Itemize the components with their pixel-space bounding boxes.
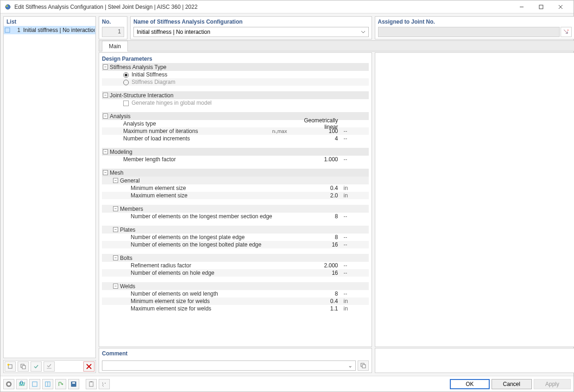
close-button[interactable] (551, 1, 570, 13)
dialog-window: Edit Stiffness Analysis Configuration | … (0, 0, 574, 392)
list-item-number: 1 (12, 27, 20, 33)
collapse-icon[interactable]: − (113, 178, 118, 183)
comment-input[interactable]: ⌄ (102, 360, 356, 371)
svg-rect-28 (90, 381, 92, 382)
svg-point-0 (6, 5, 10, 9)
group-joint-structure[interactable]: − Joint-Structure Interaction (102, 91, 369, 99)
row-analysis-type[interactable]: Analysis type Geometrically linear (102, 120, 369, 127)
main-area: List 1 Initial stiffness | No interactio… (3, 16, 571, 373)
subgroup-welds[interactable]: − Welds (102, 282, 369, 290)
name-panel: Name of Stiffness Analysis Configuration… (130, 16, 372, 39)
script-button[interactable] (99, 379, 110, 389)
svg-rect-17 (362, 365, 366, 368)
cancel-button[interactable]: Cancel (492, 379, 532, 389)
new-item-button[interactable] (5, 361, 16, 372)
ok-button[interactable]: OK (450, 379, 489, 389)
list-item[interactable]: 1 Initial stiffness | No interaction (4, 26, 95, 34)
row-max-element-size[interactable]: Maximum element size 2.0 in (102, 192, 369, 199)
collapse-icon[interactable]: − (103, 149, 108, 154)
name-select[interactable]: Initial stiffness | No interaction (133, 27, 369, 37)
svg-rect-22 (32, 382, 37, 386)
config-item-icon (5, 27, 11, 33)
view-mode-2-button[interactable] (42, 379, 53, 389)
apply-button[interactable]: Apply (534, 379, 571, 389)
comment-label: Comment (102, 350, 369, 359)
collapse-icon[interactable]: − (103, 114, 108, 119)
checkbox-generate-hinges[interactable]: Generate hinges in global model (102, 99, 369, 107)
list-panel: List 1 Initial stiffness | No interactio… (3, 16, 96, 358)
option-stiffness-diagram[interactable]: Stiffness Diagram (102, 78, 369, 86)
view-mode-1-button[interactable] (29, 379, 40, 389)
row-plate-edge-elements[interactable]: Number of elements on the longest plate … (102, 234, 369, 241)
import-button[interactable] (55, 379, 66, 389)
collapse-icon[interactable]: − (103, 64, 108, 70)
header-strip: No. 1 Name of Stiffness Analysis Configu… (99, 16, 574, 39)
row-weld-length-elements[interactable]: Number of elements on weld length 8 -- (102, 290, 369, 297)
save-button[interactable] (68, 379, 79, 389)
units-button[interactable]: 0.00 (16, 379, 27, 389)
list-item-label: Initial stiffness | No interaction (23, 27, 95, 33)
svg-point-19 (7, 383, 10, 386)
svg-point-15 (568, 30, 568, 31)
list-toolbar (3, 360, 96, 373)
exclude-button[interactable] (44, 361, 55, 372)
chevron-down-icon: ⌄ (348, 362, 353, 369)
collapse-icon[interactable]: − (113, 206, 118, 211)
subgroup-general[interactable]: − General (102, 177, 369, 184)
radio-unchecked-icon (123, 80, 129, 85)
group-modeling[interactable]: − Modeling (102, 148, 369, 156)
row-bolted-plate-edge-elements[interactable]: Number of elements on the longest bolted… (102, 241, 369, 248)
assign-pick-button[interactable] (561, 27, 572, 37)
clipboard-button[interactable] (86, 379, 97, 389)
row-load-increments[interactable]: Number of load increments 4 -- (102, 135, 369, 142)
minimize-button[interactable] (512, 1, 531, 13)
maximize-button[interactable] (532, 1, 550, 13)
collapse-icon[interactable]: − (103, 93, 108, 98)
design-parameters-heading: Design Parameters (102, 55, 369, 63)
collapse-icon[interactable]: − (103, 170, 108, 175)
row-weld-max-size[interactable]: Maximum element size for welds 1.1 in (102, 305, 369, 312)
subgroup-members[interactable]: − Members (102, 205, 369, 213)
svg-point-8 (7, 364, 9, 366)
copy-item-button[interactable] (18, 361, 29, 372)
radio-checked-icon (123, 72, 129, 78)
svg-point-29 (105, 383, 106, 384)
row-weld-min-size[interactable]: Minimum element size for welds 0.4 in (102, 297, 369, 305)
client-area: List 1 Initial stiffness | No interactio… (0, 13, 574, 376)
app-icon (4, 3, 12, 11)
collapse-icon[interactable]: − (113, 255, 118, 260)
svg-rect-10 (22, 366, 25, 369)
row-max-iterations[interactable]: Maximum number of iterations nᵢ,max 100 … (102, 127, 369, 135)
chevron-down-icon (361, 30, 366, 34)
tab-main[interactable]: Main (102, 41, 128, 51)
row-member-length-factor[interactable]: Member length factor 1.000 -- (102, 156, 369, 163)
group-stiffness-type[interactable]: − Stiffness Analysis Type (102, 63, 369, 71)
delete-item-button[interactable] (83, 361, 95, 372)
number-input[interactable]: 1 (102, 27, 124, 37)
right-column: No. 1 Name of Stiffness Analysis Configu… (99, 16, 574, 373)
number-label: No. (102, 19, 124, 27)
option-initial-stiffness[interactable]: Initial Stiffness (102, 71, 369, 78)
group-mesh[interactable]: − Mesh (102, 169, 369, 177)
window-title: Edit Stiffness Analysis Configuration | … (14, 4, 512, 10)
assign-input[interactable] (378, 27, 560, 37)
bottom-info-panel (375, 348, 574, 373)
collapse-icon[interactable]: − (113, 227, 118, 232)
comment-library-button[interactable] (358, 360, 369, 371)
row-refinement-radius[interactable]: Refinement radius factor 2.000 -- (102, 262, 369, 269)
row-min-element-size[interactable]: Minimum element size 0.4 in (102, 184, 369, 192)
left-column: List 1 Initial stiffness | No interactio… (3, 16, 96, 373)
assign-label: Assigned to Joint No. (378, 19, 572, 27)
tab-bar: Main (99, 40, 574, 51)
svg-text:0.00: 0.00 (20, 381, 25, 386)
row-hole-edge-elements[interactable]: Number of elements on hole edge 16 -- (102, 269, 369, 277)
subgroup-plates[interactable]: − Plates (102, 226, 369, 234)
subgroup-bolts[interactable]: − Bolts (102, 254, 369, 262)
list-heading: List (4, 17, 95, 26)
help-button[interactable] (3, 379, 14, 389)
checkbox-unchecked-icon (123, 101, 129, 106)
comment-panel: Comment ⌄ (99, 348, 372, 373)
row-member-edge-elements[interactable]: Number of elements on the longest member… (102, 213, 369, 220)
collapse-icon[interactable]: − (113, 284, 118, 289)
include-button[interactable] (31, 361, 42, 372)
